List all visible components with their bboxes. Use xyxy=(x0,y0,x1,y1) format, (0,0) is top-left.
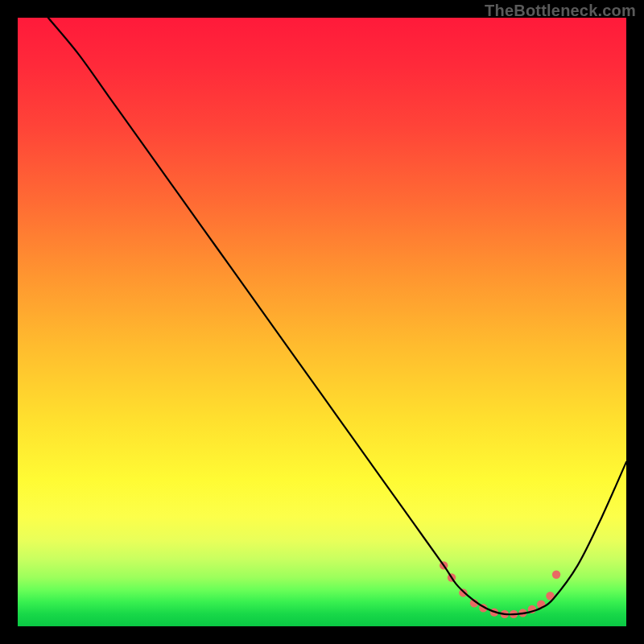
marker-dot xyxy=(552,571,560,579)
chart-svg xyxy=(18,18,626,626)
bottleneck-curve xyxy=(48,18,626,614)
marker-dot xyxy=(459,588,467,597)
chart-frame: TheBottleneck.com xyxy=(0,0,644,644)
watermark-text: TheBottleneck.com xyxy=(485,2,636,20)
marker-group xyxy=(440,561,560,618)
